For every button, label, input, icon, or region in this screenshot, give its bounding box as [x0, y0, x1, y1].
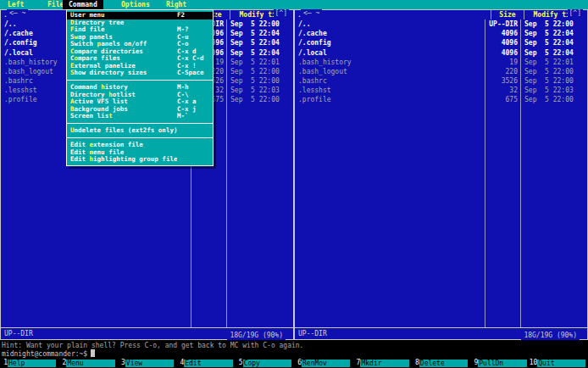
file-row-config[interactable]: /.config4096Sep 5 22:04	[295, 38, 587, 47]
menu-item-shortcut	[177, 156, 209, 164]
file-name: .bash_logout	[295, 67, 485, 76]
menu-item-label: Show directory sizes	[70, 70, 177, 77]
menu-item-user-menu[interactable]: User menuF2	[67, 12, 213, 20]
menu-item-label: Find file	[70, 26, 177, 34]
menu-item-hotkey: S	[70, 70, 75, 76]
file-name: .bashrc	[295, 76, 485, 86]
fkey-number: 3	[118, 359, 125, 368]
fkey-label: RenMov	[302, 360, 350, 367]
file-mtime: Sep 5 22:03	[226, 86, 293, 95]
menu-item-label: Background jobs	[70, 106, 177, 114]
file-mtime: Sep 5 22:00	[520, 76, 587, 86]
menubar-item-command[interactable]: Command	[63, 0, 103, 9]
menu-separator	[67, 77, 213, 85]
file-size: 675	[485, 95, 520, 104]
menu-item-label: Command history	[70, 84, 177, 92]
file-mtime: Sep 5 22:00	[226, 76, 293, 86]
menu-item-label: Undelete files (ext2fs only)	[70, 127, 177, 135]
file-mtime: Sep 5 22:00	[520, 67, 587, 76]
menu-item-command-history[interactable]: Command historyM-h	[67, 84, 213, 92]
menu-item-hotkey: w	[75, 34, 79, 41]
file-size: 4096	[485, 48, 520, 58]
fkey-label: Help	[8, 360, 56, 367]
file-row-bash-history[interactable]: .bash_history19Sep 5 22:01	[295, 58, 587, 67]
menu-item-label: Edit menu file	[70, 149, 177, 157]
file-row-bashrc[interactable]: .bashrc3526Sep 5 22:00	[295, 76, 587, 86]
file-name: /.local	[295, 48, 485, 58]
fkey-number: 6	[294, 359, 302, 368]
menu-item-hotkey: U	[70, 127, 75, 134]
file-mtime: Sep 5 22:00	[226, 20, 293, 29]
mc-screen: LeftFileCommandOptionsRight <─ ~ [^] .n …	[0, 0, 588, 368]
menu-item-edit-highlighting-group-file[interactable]: Edit highlighting group file	[67, 156, 213, 164]
shell-prompt[interactable]: midnight@commander:~$	[0, 349, 588, 359]
fkey-delete[interactable]: 8Delete	[412, 359, 470, 368]
fkey-pulldn[interactable]: 9PullDn	[470, 359, 529, 368]
left-panel-scroll-up-marker[interactable]: [^]	[274, 9, 289, 18]
column-header-name-cell[interactable]: .n Name	[295, 10, 491, 20]
menu-item-edit-extension-file[interactable]: Edit extension file	[67, 142, 213, 149]
file-size: 220	[485, 67, 520, 76]
menu-item-hotkey: h	[101, 84, 105, 91]
file-size: UP--DIR	[485, 20, 520, 29]
fkey-quit[interactable]: 10Quit	[530, 359, 588, 368]
fkey-help[interactable]: 1Help	[0, 359, 58, 368]
menu-separator	[67, 120, 213, 128]
right-panel-path: <─ ~	[301, 9, 322, 18]
menubar-item-right[interactable]: Right	[160, 0, 192, 9]
menu-item-hotkey: e	[90, 142, 94, 148]
menu-item-find-file[interactable]: Find fileM-?	[67, 26, 213, 34]
column-header-size[interactable]: Size	[491, 10, 524, 20]
menubar-item-options[interactable]: Options	[115, 0, 156, 9]
prompt-text: midnight@commander:~$	[2, 350, 87, 358]
file-row-cache[interactable]: /.cache4096Sep 5 22:04	[295, 29, 587, 38]
file-row-local[interactable]: /.local4096Sep 5 22:04	[295, 48, 587, 58]
right-panel-scroll-up-marker[interactable]: [^]	[568, 9, 583, 18]
file-name: /.cache	[295, 29, 485, 38]
menu-item-hotkey: h	[108, 92, 113, 98]
menubar-item-left[interactable]: Left	[2, 0, 30, 9]
file-mtime: Sep 5 22:04	[520, 48, 587, 58]
menu-item-hotkey: p	[97, 41, 102, 47]
menu-item-label: Edit extension file	[70, 142, 177, 149]
file-row-profile[interactable]: .profile675Sep 5 22:00	[295, 95, 587, 104]
menu-item-show-directory-sizes[interactable]: Show directory sizesC-Space	[67, 70, 213, 77]
fkey-menu[interactable]: 2Menu	[58, 359, 117, 368]
fkey-label: Menu	[66, 360, 114, 367]
filler-name-col	[295, 104, 485, 327]
menu-item-hotkey: t	[108, 113, 113, 120]
file-size: 4096	[485, 38, 520, 47]
menu-item-shortcut	[177, 149, 209, 157]
menu-item-edit-menu-file[interactable]: Edit menu file	[67, 149, 213, 157]
menu-item-label: Swap panels	[70, 34, 177, 42]
menu-item-screen-list[interactable]: Screen listM-`	[67, 113, 213, 120]
menu-item-shortcut: F2	[177, 12, 209, 20]
file-mtime: Sep 5 22:04	[520, 38, 587, 47]
menu-item-hotkey: C	[70, 48, 75, 55]
file-row-bash-logout[interactable]: .bash_logout220Sep 5 22:00	[295, 67, 587, 76]
fkey-number: 5	[236, 359, 243, 368]
menu-bar: LeftFileCommandOptionsRight	[0, 0, 588, 9]
text-cursor	[91, 349, 95, 357]
right-panel: <─ ~ [^] .n Name Size Modify time /..UP-…	[294, 9, 588, 340]
menu-item-background-jobs[interactable]: Background jobsC-x j	[67, 106, 213, 114]
menu-item-swap-panels[interactable]: Swap panelsC-u	[67, 34, 213, 42]
file-name: .lesshst	[295, 86, 485, 95]
menu-item-directory-tree[interactable]: Directory tree	[67, 20, 213, 27]
right-panel-body: .n Name Size Modify time /..UP--DIRSep 5…	[295, 10, 587, 339]
fkey-mkdir[interactable]: 7Mkdir	[352, 359, 411, 368]
fkey-renmov[interactable]: 6RenMov	[294, 359, 352, 368]
file-size: 3526	[485, 76, 520, 86]
file-row-[interactable]: /..UP--DIRSep 5 22:00	[295, 20, 587, 29]
fkey-view[interactable]: 3View	[118, 359, 176, 368]
menu-item-label: Compare directories	[70, 48, 177, 56]
menu-item-undelete-files-ext2fs-only[interactable]: Undelete files (ext2fs only)	[67, 127, 213, 135]
function-key-bar: 1Help2Menu3View4Edit5Copy6RenMov7Mkdir8D…	[0, 359, 588, 368]
fkey-edit[interactable]: 4Edit	[176, 359, 235, 368]
file-row-lesshst[interactable]: .lesshst32Sep 5 22:03	[295, 86, 587, 95]
file-size: 19	[485, 58, 520, 67]
fkey-copy[interactable]: 5Copy	[236, 359, 294, 368]
file-size: 32	[485, 86, 520, 95]
file-list: /..UP--DIRSep 5 22:00/.cache4096Sep 5 22…	[295, 20, 587, 104]
fkey-number: 4	[176, 359, 184, 368]
